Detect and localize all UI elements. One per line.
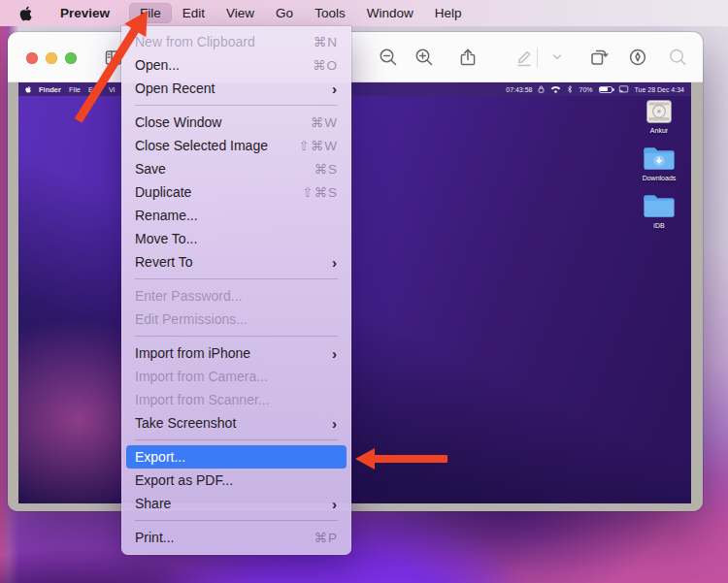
menu-item-open[interactable]: Open...⌘O	[126, 53, 347, 77]
menubar-item-go[interactable]: Go	[265, 3, 304, 23]
desktop-icon-label: Ankur	[650, 127, 668, 134]
highlight-icon[interactable]	[627, 47, 648, 68]
menu-item-close-selected-image[interactable]: Close Selected Image⇧⌘W	[126, 134, 347, 157]
menubar-item-view[interactable]: View	[215, 3, 265, 23]
datetime-value: Tue 28 Dec 4:34	[635, 86, 685, 93]
menu-item-label: Enter Password...	[135, 288, 338, 304]
menubar-item-tools[interactable]: Tools	[304, 3, 356, 23]
menu-item-label: Import from iPhone	[135, 345, 332, 361]
menubar-items: FileEditViewGoToolsWindowHelp	[129, 3, 472, 23]
menu-item-shortcut: ⇧⌘W	[298, 138, 338, 153]
disk-icon	[645, 99, 674, 124]
share-icon[interactable]	[457, 47, 479, 68]
menu-item-label: Take Screenshot	[135, 415, 332, 431]
menu-item-shortcut: ⌘P	[314, 530, 338, 545]
menu-item-shortcut: ⌘N	[314, 34, 338, 49]
desktop-icon-label: iDB	[653, 222, 664, 229]
menu-item-label: Edit Permissions...	[135, 311, 338, 327]
image-desktop-icon-downloads: Downloads	[643, 146, 677, 181]
menubar-item-file[interactable]: File	[129, 3, 172, 23]
submenu-chevron-icon: ›	[332, 255, 337, 270]
menu-item-label: Close Selected Image	[135, 138, 298, 153]
menubar-item-help[interactable]: Help	[424, 3, 473, 23]
menu-item-move-to[interactable]: Move To...	[126, 227, 347, 250]
markup-icon	[513, 47, 535, 68]
menu-separator	[135, 336, 338, 337]
menu-item-label: Close Window	[135, 114, 311, 130]
folder-download-icon	[643, 146, 676, 172]
menu-separator	[135, 439, 338, 440]
zoom-window-button[interactable]	[65, 52, 77, 64]
image-menubar-item-finder: Finder	[39, 85, 61, 94]
submenu-chevron-icon: ›	[332, 346, 337, 361]
menubar-item-window[interactable]: Window	[356, 3, 424, 23]
previewed-image[interactable]: FinderFileEditVi 07:43:58 70% Tue 28 Dec…	[18, 82, 691, 503]
timer-value: 07:43:58	[506, 86, 532, 93]
menu-item-share[interactable]: Share›	[126, 492, 347, 515]
image-apple-icon	[25, 85, 31, 93]
menu-item-enter-password: Enter Password...	[126, 284, 347, 308]
menu-separator	[135, 278, 338, 279]
menu-item-label: Print...	[135, 530, 314, 545]
image-desktop-icon-ankur: Ankur	[645, 99, 674, 134]
minimize-window-button[interactable]	[46, 52, 57, 64]
menu-item-open-recent[interactable]: Open Recent›	[126, 77, 347, 100]
rotate-icon[interactable]	[588, 47, 610, 68]
menu-item-shortcut: ⌘W	[311, 114, 338, 130]
wifi-icon	[550, 85, 561, 93]
menu-item-shortcut: ⌘O	[313, 57, 338, 73]
menu-item-label: Duplicate	[135, 184, 302, 200]
preview-window: FinderFileEditVi 07:43:58 70% Tue 28 Dec…	[8, 32, 703, 511]
menu-item-import-from-camera: Import from Camera...	[126, 365, 347, 388]
menu-item-label: Export...	[135, 449, 338, 465]
menu-item-label: Import from Camera...	[135, 369, 338, 384]
desktop: Preview FileEditViewGoToolsWindowHelp Fi…	[0, 0, 728, 583]
menu-item-new-from-clipboard: New from Clipboard⌘N	[126, 30, 347, 53]
image-status-area: 07:43:58 70% Tue 28 Dec 4:34	[506, 85, 684, 93]
image-menubar-item-file: File	[69, 85, 81, 94]
battery-percent: 70%	[579, 86, 592, 93]
menu-item-label: Open...	[135, 57, 313, 73]
menu-separator	[135, 520, 338, 521]
menu-item-label: Import from Scanner...	[135, 392, 338, 407]
menu-item-revert-to[interactable]: Revert To›	[126, 250, 347, 274]
submenu-chevron-icon: ›	[332, 497, 337, 511]
menu-item-label: New from Clipboard	[135, 34, 314, 49]
menubar: Preview FileEditViewGoToolsWindowHelp	[0, 0, 728, 26]
zoom-out-icon[interactable]	[378, 47, 399, 68]
menubar-app-name[interactable]: Preview	[50, 3, 119, 23]
menubar-item-edit[interactable]: Edit	[172, 3, 215, 23]
toolbar-divider	[537, 48, 538, 67]
menu-item-label: Revert To	[135, 254, 332, 270]
bluetooth-icon	[567, 85, 573, 93]
menu-item-import-from-iphone[interactable]: Import from iPhone›	[126, 341, 347, 365]
menu-item-rename[interactable]: Rename...	[126, 204, 347, 227]
apple-menu-icon[interactable]	[19, 6, 33, 21]
submenu-chevron-icon: ›	[332, 416, 337, 431]
submenu-chevron-icon: ›	[332, 81, 337, 96]
menu-item-take-screenshot[interactable]: Take Screenshot›	[126, 411, 347, 435]
chevron-down-icon	[547, 47, 563, 68]
folder-icon	[643, 193, 676, 219]
menu-item-export[interactable]: Export...	[126, 445, 347, 469]
menu-item-label: Export as PDF...	[135, 472, 338, 488]
display-mirror-icon	[618, 85, 629, 93]
menu-item-shortcut: ⇧⌘S	[302, 184, 338, 200]
menu-item-close-window[interactable]: Close Window⌘W	[126, 111, 347, 134]
menu-item-label: Move To...	[135, 231, 338, 246]
close-window-button[interactable]	[26, 52, 38, 64]
menu-item-shortcut: ⌘S	[314, 161, 338, 177]
image-desktop-icons: AnkurDownloadsiDB	[637, 99, 681, 229]
zoom-in-icon[interactable]	[414, 47, 435, 68]
image-menubar-items: FinderFileEditVi	[39, 85, 116, 94]
menu-item-duplicate[interactable]: Duplicate⇧⌘S	[126, 180, 347, 204]
menu-item-label: Share	[135, 496, 332, 511]
image-menubar-item-vi: Vi	[109, 85, 116, 94]
battery-icon	[599, 86, 612, 93]
menu-item-export-as-pdf[interactable]: Export as PDF...	[126, 469, 347, 492]
menu-item-label: Save	[135, 161, 314, 177]
menu-item-save[interactable]: Save⌘S	[126, 157, 347, 180]
menu-item-print[interactable]: Print...⌘P	[126, 526, 347, 549]
menu-item-import-from-scanner: Import from Scanner...	[126, 388, 347, 411]
desktop-icon-label: Downloads	[643, 175, 677, 181]
